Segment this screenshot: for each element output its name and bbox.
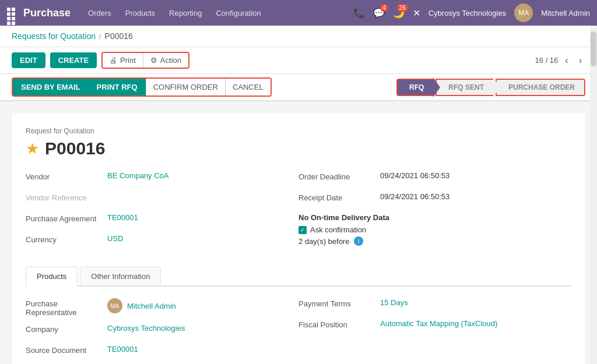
print-action-group: 🖨 Print ⚙ Action — [101, 52, 189, 69]
tabs-bar: Products Other Information — [26, 267, 571, 287]
user-name: Mitchell Admin — [541, 9, 590, 17]
source-doc-label: Source Document — [26, 345, 107, 355]
nav-products[interactable]: Products — [120, 5, 161, 21]
purchase-agreement-field: Purchase Agreement TE00001 — [26, 213, 281, 227]
pagination-text: 16 / 16 — [535, 56, 559, 65]
fiscal-position-field: Fiscal Position Automatic Tax Mapping (T… — [298, 319, 554, 333]
nav-reporting[interactable]: Reporting — [163, 5, 208, 21]
secondary-action-bar: SEND BY EMAIL PRINT RFQ CONFIRM ORDER CA… — [0, 74, 597, 101]
pipeline-step-purchase-order[interactable]: PURCHASE ORDER — [496, 79, 585, 96]
vendor-ref-field: Vendor Reference — [26, 192, 281, 206]
ask-confirmation-checkbox[interactable] — [298, 226, 307, 234]
breadcrumb-parent[interactable]: Requests for Quotation — [12, 31, 96, 41]
other-info-fields: Purchase Representative MA Mitchell Admi… — [26, 298, 571, 364]
days-before-text: 2 day(s) before — [298, 237, 349, 246]
purchase-rep-label: Purchase Representative — [26, 298, 107, 317]
prev-page-button[interactable]: ‹ — [561, 54, 571, 67]
action-bar: EDIT CREATE 🖨 Print ⚙ Action 16 / 16 ‹ › — [0, 47, 597, 74]
purchase-agreement-label: Purchase Agreement — [26, 213, 107, 223]
company-label: Company — [26, 324, 107, 334]
tab-other-information[interactable]: Other Information — [80, 267, 161, 285]
tab-products[interactable]: Products — [26, 267, 78, 287]
vendor-field: Vendor BE Company CoA — [26, 171, 281, 185]
info-icon[interactable]: i — [354, 236, 363, 246]
chat-icon[interactable]: 💬 4 — [373, 8, 385, 19]
other-info-left: Purchase Representative MA Mitchell Admi… — [26, 298, 298, 364]
vendor-ref-label: Vendor Reference — [26, 192, 107, 202]
purchase-agreement-value[interactable]: TE00001 — [107, 213, 138, 222]
edit-button[interactable]: EDIT — [12, 52, 45, 68]
purchase-rep-value[interactable]: Mitchell Admin — [127, 302, 176, 310]
close-icon[interactable]: ✕ — [413, 8, 420, 19]
vendor-value[interactable]: BE Company CoA — [107, 171, 169, 180]
action-button[interactable]: ⚙ Action — [143, 53, 188, 68]
ask-confirmation-row: Ask confirmation — [298, 225, 554, 234]
nav-configuration[interactable]: Configuration — [210, 5, 266, 21]
nav-menu: Orders Products Reporting Configuration — [82, 5, 267, 21]
activity-icon[interactable]: 🌙 26 — [393, 8, 405, 19]
print-button[interactable]: 🖨 Print — [103, 53, 143, 68]
order-deadline-value: 09/24/2021 06:50:53 — [380, 171, 449, 180]
other-info-right: Payment Terms 15 Days Fiscal Position Au… — [298, 298, 571, 364]
main-content: Request for Quotation ★ P00016 Vendor BE… — [0, 101, 597, 364]
cancel-button[interactable]: CANCEL — [225, 79, 271, 96]
create-button[interactable]: CREATE — [50, 52, 97, 68]
send-email-button[interactable]: SEND BY EMAIL — [13, 79, 89, 96]
fiscal-position-label: Fiscal Position — [298, 319, 380, 329]
purchase-rep-field: Purchase Representative MA Mitchell Admi… — [26, 298, 281, 317]
pipeline-step-rfq-sent[interactable]: RFQ SENT — [436, 79, 494, 96]
payment-terms-label: Payment Terms — [298, 298, 380, 308]
source-doc-value[interactable]: TE00001 — [107, 345, 138, 354]
apps-grid-icon[interactable] — [7, 8, 17, 18]
company-value[interactable]: Cybrosys Technologies — [107, 324, 185, 333]
favorite-star-icon[interactable]: ★ — [26, 140, 39, 158]
print-icon: 🖨 — [110, 56, 117, 65]
nav-orders[interactable]: Orders — [82, 5, 117, 21]
top-navigation: Purchase Orders Products Reporting Confi… — [0, 0, 597, 26]
gear-icon: ⚙ — [150, 56, 157, 65]
form-doc-id-row: ★ P00016 — [26, 139, 571, 158]
nav-right: 📞 💬 4 🌙 26 ✕ Cybrosys Technologies MA Mi… — [353, 3, 590, 22]
vendor-label: Vendor — [26, 171, 107, 181]
currency-value[interactable]: USD — [107, 234, 123, 243]
pipeline-step-rfq[interactable]: RFQ — [396, 79, 434, 96]
fiscal-position-value[interactable]: Automatic Tax Mapping (TaxCloud) — [380, 319, 497, 328]
right-fields: Order Deadline 09/24/2021 06:50:53 Recei… — [298, 171, 571, 255]
chat-badge: 4 — [380, 4, 388, 12]
payment-terms-field: Payment Terms 15 Days — [298, 298, 554, 312]
source-doc-field: Source Document TE00001 — [26, 345, 281, 359]
print-rfq-button[interactable]: PRINT RFQ — [89, 79, 146, 96]
order-deadline-field: Order Deadline 09/24/2021 06:50:53 — [298, 171, 554, 185]
next-page-button[interactable]: › — [575, 54, 585, 67]
tab-content-other-info: Purchase Representative MA Mitchell Admi… — [26, 287, 571, 364]
form-fields: Vendor BE Company CoA Vendor Reference P… — [26, 171, 571, 255]
form-card: Request for Quotation ★ P00016 Vendor BE… — [12, 113, 585, 364]
delivery-box: No On-time Delivery Data Ask confirmatio… — [298, 213, 554, 246]
breadcrumb-separator: / — [99, 32, 101, 41]
breadcrumb-current: P00016 — [105, 31, 133, 41]
pagination: 16 / 16 ‹ › — [535, 54, 585, 67]
order-deadline-label: Order Deadline — [298, 171, 380, 181]
receipt-date-value: 09/24/2021 06:50:53 — [380, 192, 449, 201]
ask-confirmation-label: Ask confirmation — [310, 225, 366, 234]
breadcrumb: Requests for Quotation / P00016 — [0, 26, 597, 47]
receipt-date-field: Receipt Date 09/24/2021 06:50:53 — [298, 192, 554, 206]
scrollbar-track — [590, 26, 597, 364]
left-fields: Vendor BE Company CoA Vendor Reference P… — [26, 171, 298, 255]
receipt-date-label: Receipt Date — [298, 192, 380, 202]
scrollbar-thumb[interactable] — [591, 31, 596, 66]
currency-field: Currency USD — [26, 234, 281, 248]
payment-terms-value[interactable]: 15 Days — [380, 298, 408, 307]
company-field: Company Cybrosys Technologies — [26, 324, 281, 338]
rep-avatar: MA — [107, 298, 122, 313]
brand-name[interactable]: Purchase — [23, 7, 71, 19]
company-name: Cybrosys Technologies — [429, 9, 506, 17]
phone-icon[interactable]: 📞 — [353, 8, 365, 19]
currency-label: Currency — [26, 234, 107, 244]
delivery-title: No On-time Delivery Data — [298, 213, 554, 222]
activity-badge: 26 — [397, 4, 408, 12]
action-buttons-group: SEND BY EMAIL PRINT RFQ CONFIRM ORDER CA… — [12, 77, 272, 97]
confirm-order-button[interactable]: CONFIRM ORDER — [146, 79, 225, 96]
user-avatar[interactable]: MA — [514, 3, 533, 22]
document-id: P00016 — [45, 139, 105, 158]
